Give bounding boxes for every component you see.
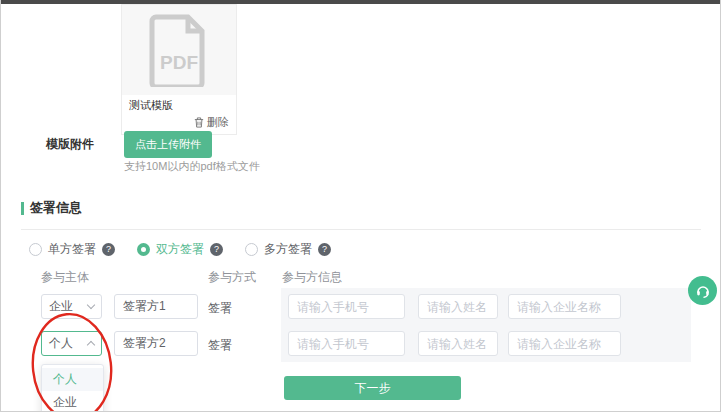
chevron-down-icon [87, 301, 95, 309]
dropdown-option-personal[interactable]: 个人 [42, 368, 103, 391]
subject-select-value: 企业 [49, 298, 73, 315]
radio-label: 双方签署 [156, 241, 204, 258]
phone-input-row2[interactable] [288, 331, 405, 356]
company-input-row1[interactable] [508, 294, 621, 319]
radio-unselected-icon [29, 243, 42, 256]
help-question-icon[interactable]: ? [102, 243, 115, 256]
template-form-page: PDF 测试模版 删除 模版附件 点击上传附件 支持10M以内的pdf格式文件 … [0, 0, 721, 412]
attachment-field-label: 模版附件 [46, 136, 94, 153]
help-question-icon[interactable]: ? [210, 243, 223, 256]
file-name: 测试模版 [122, 95, 236, 113]
upload-attachment-button[interactable]: 点击上传附件 [124, 131, 212, 158]
column-header-party-info: 参与方信息 [282, 269, 342, 286]
subject-select-row1[interactable]: 企业 [41, 294, 102, 319]
sign-mode-text: 签署 [208, 337, 232, 354]
section-accent-bar [21, 202, 24, 215]
company-input-row2[interactable] [508, 331, 621, 356]
top-bar [1, 0, 720, 4]
name-input-row1[interactable] [418, 294, 498, 319]
pdf-preview: PDF [122, 5, 236, 95]
sign-mode-text: 签署 [208, 300, 232, 317]
radio-label: 多方签署 [264, 241, 312, 258]
customer-service-widget[interactable] [688, 276, 717, 305]
signer-name-input-row1[interactable] [114, 294, 198, 319]
subject-select-row2[interactable]: 个人 [41, 331, 102, 356]
delete-label: 删除 [207, 115, 229, 130]
upload-hint-text: 支持10M以内的pdf格式文件 [124, 159, 260, 174]
column-header-mode: 参与方式 [208, 269, 256, 286]
chevron-up-icon [87, 341, 95, 349]
subject-dropdown-menu: 个人 企业 [41, 364, 104, 412]
radio-label: 单方签署 [48, 241, 96, 258]
section-title-text: 签署信息 [30, 199, 82, 217]
radio-two-party-sign[interactable]: 双方签署 ? [137, 241, 223, 258]
trash-icon [194, 117, 204, 128]
uploaded-file-card: PDF 测试模版 删除 [121, 4, 237, 135]
signer-name-input-row2[interactable] [114, 331, 198, 356]
party-info-panel-row2 [281, 325, 691, 362]
subject-select-value: 个人 [49, 335, 73, 352]
headset-icon [695, 283, 711, 299]
sign-mode-radio-group: 单方签署 ? 双方签署 ? 多方签署 ? [29, 241, 331, 258]
next-step-button[interactable]: 下一步 [284, 376, 461, 400]
help-question-icon[interactable]: ? [318, 243, 331, 256]
dropdown-option-company[interactable]: 企业 [42, 391, 103, 412]
radio-unselected-icon [245, 243, 258, 256]
radio-multi-party-sign[interactable]: 多方签署 ? [245, 241, 331, 258]
section-divider [21, 229, 701, 230]
column-header-subject: 参与主体 [41, 269, 89, 286]
sign-info-section-title: 签署信息 [21, 199, 82, 217]
name-input-row2[interactable] [418, 331, 498, 356]
radio-selected-icon [137, 243, 150, 256]
pdf-file-icon: PDF [148, 13, 210, 87]
phone-input-row1[interactable] [288, 294, 405, 319]
svg-text:PDF: PDF [160, 52, 198, 73]
party-info-panel-row1 [281, 288, 691, 325]
radio-single-sign[interactable]: 单方签署 ? [29, 241, 115, 258]
